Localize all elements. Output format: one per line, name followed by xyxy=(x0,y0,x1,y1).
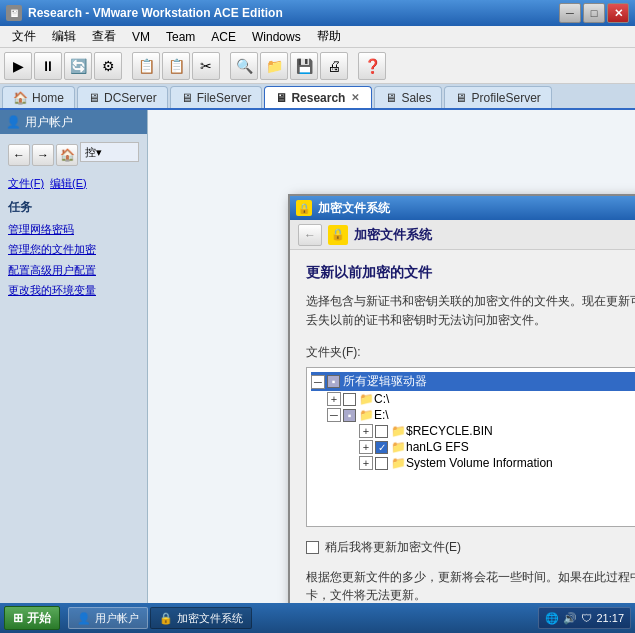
tree-item-recycle[interactable]: + 📁 $RECYCLE.BIN xyxy=(311,423,635,439)
menu-file[interactable]: 文件 xyxy=(4,26,44,47)
dialog-title-bar: 🔒 加密文件系统 ✕ xyxy=(290,196,635,220)
toolbar-btn-12[interactable]: ❓ xyxy=(358,52,386,80)
menu-vm[interactable]: VM xyxy=(124,28,158,46)
sales-icon: 🖥 xyxy=(385,91,397,105)
folder-e-icon: 📁 xyxy=(359,408,374,422)
tab-dcserver-label: DCServer xyxy=(104,91,157,105)
folder-tree[interactable]: ─ ▪ 所有逻辑驱动器 + 📁 C:\ ─ ▪ xyxy=(306,367,635,527)
content-area: 🔒 加密文件系统 ✕ ← 🔒 加密文件系统 更新以前加密的文件 选择包含与新证书… xyxy=(148,110,635,603)
tree-expand-c[interactable]: + xyxy=(327,392,341,406)
tab-research-label: Research xyxy=(291,91,345,105)
tree-label-root: 所有逻辑驱动器 xyxy=(343,373,427,390)
menu-ace[interactable]: ACE xyxy=(203,28,244,46)
toolbar-btn-1[interactable]: ▶ xyxy=(4,52,32,80)
left-panel-header: 👤 用户帐户 xyxy=(0,110,147,134)
tree-expand-e[interactable]: ─ xyxy=(327,408,341,422)
toolbar-btn-6[interactable]: 📋 xyxy=(162,52,190,80)
menu-team[interactable]: Team xyxy=(158,28,203,46)
toolbar-btn-5[interactable]: 📋 xyxy=(132,52,160,80)
tab-home[interactable]: 🏠 Home xyxy=(2,86,75,108)
toolbar-btn-2[interactable]: ⏸ xyxy=(34,52,62,80)
tree-expand-sysinfo[interactable]: + xyxy=(359,456,373,470)
tab-profileserver[interactable]: 🖥 ProfileServer xyxy=(444,86,551,108)
task-link-2[interactable]: 管理您的文件加密 xyxy=(8,242,139,257)
taskbar-item-2[interactable]: 🔒 加密文件系统 xyxy=(150,607,252,629)
tab-fileserver[interactable]: 🖥 FileServer xyxy=(170,86,263,108)
toolbar-btn-11[interactable]: 🖨 xyxy=(320,52,348,80)
menu-help[interactable]: 帮助 xyxy=(309,26,349,47)
dialog-back-btn[interactable]: ← xyxy=(298,224,322,246)
ctrl-dropdown[interactable]: 控▾ xyxy=(80,142,139,162)
tree-item-hanlg[interactable]: + ✓ 📁 hanLG EFS xyxy=(311,439,635,455)
dcserver-icon: 🖥 xyxy=(88,91,100,105)
start-label: 开始 xyxy=(27,610,51,627)
tree-item-c[interactable]: + 📁 C:\ xyxy=(311,391,635,407)
tree-check-root[interactable]: ▪ xyxy=(327,375,340,388)
maximize-button[interactable]: □ xyxy=(583,3,605,23)
close-button[interactable]: ✕ xyxy=(607,3,629,23)
toolbar-btn-3[interactable]: 🔄 xyxy=(64,52,92,80)
system-time: 21:17 xyxy=(596,612,624,624)
task-link-4[interactable]: 更改我的环境变量 xyxy=(8,283,139,298)
start-button[interactable]: ⊞ 开始 xyxy=(4,606,60,630)
toolbar-btn-9[interactable]: 📁 xyxy=(260,52,288,80)
menu-view[interactable]: 查看 xyxy=(84,26,124,47)
fileserver-icon: 🖥 xyxy=(181,91,193,105)
tree-item-e[interactable]: ─ ▪ 📁 E:\ xyxy=(311,407,635,423)
menu-windows[interactable]: Windows xyxy=(244,28,309,46)
later-checkbox-label: 稍后我将更新加密文件(E) xyxy=(325,539,461,556)
title-bar: 🖥 Research - VMware Workstation ACE Edit… xyxy=(0,0,635,26)
tree-check-c[interactable] xyxy=(343,393,356,406)
tree-check-recycle[interactable] xyxy=(375,425,388,438)
taskbar: ⊞ 开始 👤 用户帐户 🔒 加密文件系统 🌐 🔊 🛡 21:17 xyxy=(0,603,635,633)
tree-check-hanlg[interactable]: ✓ xyxy=(375,441,388,454)
tray-icon-security: 🛡 xyxy=(581,612,592,624)
dialog-title-text: 加密文件系统 xyxy=(318,200,635,217)
dialog-content: 更新以前加密的文件 选择包含与新证书和密钥关联的加密文件的文件夹。现在更新可以帮… xyxy=(290,250,635,616)
tab-dcserver[interactable]: 🖥 DCServer xyxy=(77,86,168,108)
tab-research-close[interactable]: ✕ xyxy=(349,92,361,103)
start-icon: ⊞ xyxy=(13,611,23,625)
toolbar: ▶ ⏸ 🔄 ⚙ 📋 📋 ✂ 🔍 📁 💾 🖨 ❓ xyxy=(0,48,635,84)
app-icon: 🖥 xyxy=(6,5,22,21)
toolbar-btn-7[interactable]: ✂ xyxy=(192,52,220,80)
tree-expand-hanlg[interactable]: + xyxy=(359,440,373,454)
menu-edit[interactable]: 编辑 xyxy=(44,26,84,47)
toolbar-btn-8[interactable]: 🔍 xyxy=(230,52,258,80)
task-link-1[interactable]: 管理网络密码 xyxy=(8,222,139,237)
tree-expand-recycle[interactable]: + xyxy=(359,424,373,438)
minimize-button[interactable]: ─ xyxy=(559,3,581,23)
research-icon: 🖥 xyxy=(275,91,287,105)
later-checkbox-row: 稍后我将更新加密文件(E) xyxy=(306,539,635,556)
dialog-section-title: 更新以前加密的文件 xyxy=(306,264,635,282)
toolbar-btn-10[interactable]: 💾 xyxy=(290,52,318,80)
toolbar-btn-4[interactable]: ⚙ xyxy=(94,52,122,80)
task-title: 任务 xyxy=(8,199,139,216)
dialog-nav: ← 🔒 加密文件系统 xyxy=(290,220,635,250)
file-menu-item[interactable]: 文件(F) xyxy=(8,176,44,191)
window-title: Research - VMware Workstation ACE Editio… xyxy=(28,6,559,20)
taskbar-item-1[interactable]: 👤 用户帐户 xyxy=(68,607,148,629)
taskbar-label-1: 用户帐户 xyxy=(95,611,139,626)
tree-check-e[interactable]: ▪ xyxy=(343,409,356,422)
nav-btn-3[interactable]: 🏠 xyxy=(56,144,78,166)
menu-bar: 文件 编辑 查看 VM Team ACE Windows 帮助 xyxy=(0,26,635,48)
tray-icon-network: 🌐 xyxy=(545,612,559,625)
tree-item-sysinfo[interactable]: + 📁 System Volume Information xyxy=(311,455,635,471)
tree-label-c: C:\ xyxy=(374,392,389,406)
tree-check-sysinfo[interactable] xyxy=(375,457,388,470)
task-link-3[interactable]: 配置高级用户配置 xyxy=(8,263,139,278)
forward-button[interactable]: → xyxy=(32,144,54,166)
tree-expand-root[interactable]: ─ xyxy=(311,375,325,389)
tree-label-sysinfo: System Volume Information xyxy=(406,456,553,470)
dialog-note: 根据您更新文件的多少，更新将会花一些时间。如果在此过程中注销或删除智能卡，文件将… xyxy=(306,568,635,604)
left-panel: 👤 用户帐户 ← → 🏠 控▾ 文件(F) 编辑(E) 任务 管理网络密码 管理… xyxy=(0,110,148,603)
tree-item-root[interactable]: ─ ▪ 所有逻辑驱动器 xyxy=(311,372,635,391)
tab-research[interactable]: 🖥 Research ✕ xyxy=(264,86,372,108)
tree-label-recycle: $RECYCLE.BIN xyxy=(406,424,493,438)
tab-sales[interactable]: 🖥 Sales xyxy=(374,86,442,108)
back-button[interactable]: ← xyxy=(8,144,30,166)
main-area: 👤 用户帐户 ← → 🏠 控▾ 文件(F) 编辑(E) 任务 管理网络密码 管理… xyxy=(0,110,635,603)
later-checkbox[interactable] xyxy=(306,541,319,554)
edit-menu-item[interactable]: 编辑(E) xyxy=(50,176,87,191)
